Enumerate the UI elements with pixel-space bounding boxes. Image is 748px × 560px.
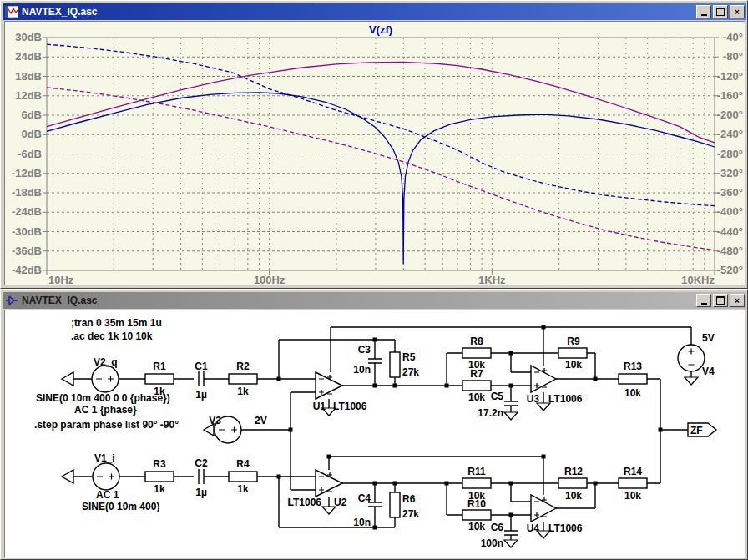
voltage-source-V4[interactable] bbox=[678, 345, 705, 371]
opamp-U4[interactable] bbox=[531, 495, 556, 522]
label-v2-sine: SINE(0 10m 400 0 0 {phase}) bbox=[36, 392, 170, 404]
resistor-R14[interactable] bbox=[619, 478, 647, 488]
x-tick-label: 10Hz bbox=[48, 274, 74, 285]
plot-window-titlebar[interactable]: NAVTEX_IQ.asc × bbox=[3, 3, 746, 20]
value-c4: 10n bbox=[353, 517, 371, 528]
label-r12: R12 bbox=[564, 466, 583, 477]
model-u2: LT1006 bbox=[288, 497, 322, 508]
label-u3: U3 bbox=[527, 393, 540, 405]
value-v4: 5V bbox=[702, 332, 715, 344]
port-arrow-v1[interactable] bbox=[62, 470, 73, 483]
capacitor-C3[interactable] bbox=[368, 359, 382, 363]
directive-ac[interactable]: .ac dec 1k 10 10k bbox=[71, 330, 153, 342]
net-port-ZF[interactable]: ZF bbox=[688, 423, 716, 436]
y-right-tick-label: -40° bbox=[723, 31, 743, 43]
label-u1: U1 bbox=[313, 401, 326, 412]
label-c4: C4 bbox=[358, 492, 371, 504]
capacitor-C1[interactable] bbox=[199, 371, 204, 386]
label-r4: R4 bbox=[236, 458, 250, 470]
value-r2: 1k bbox=[237, 386, 249, 397]
minimize-icon bbox=[701, 14, 707, 16]
y-left-tick-label: 12dB bbox=[15, 89, 42, 102]
resistor-R1[interactable] bbox=[145, 374, 174, 384]
resistor-R7[interactable] bbox=[462, 381, 491, 391]
voltage-source-V1[interactable] bbox=[93, 463, 119, 490]
value-v3: 2V bbox=[255, 415, 267, 426]
y-left-tick-label: 6dB bbox=[21, 108, 42, 121]
maximize-button[interactable] bbox=[713, 5, 728, 18]
resistor-R2[interactable] bbox=[229, 374, 257, 384]
waveform-plot: 30dB-40°24dB-80°18dB-120°12dB-160°6dB-20… bbox=[5, 22, 745, 285]
y-right-tick-label: -200° bbox=[717, 108, 743, 121]
opamp-U2[interactable] bbox=[316, 470, 342, 497]
value-c6: 100n bbox=[481, 537, 503, 549]
y-left-tick-label: -12dB bbox=[12, 167, 42, 179]
resistor-R5[interactable] bbox=[390, 352, 400, 377]
opamp-U1[interactable] bbox=[316, 372, 342, 399]
resistor-R9[interactable] bbox=[558, 348, 587, 358]
label-r1: R1 bbox=[153, 361, 166, 372]
resistor-R11[interactable] bbox=[462, 478, 491, 488]
y-right-tick-label: -480° bbox=[717, 245, 743, 257]
resistor-R8[interactable] bbox=[462, 348, 491, 358]
y-right-tick-label: -160° bbox=[717, 89, 743, 102]
label-u4: U4 bbox=[527, 522, 540, 534]
port-arrow-v2[interactable] bbox=[62, 372, 73, 386]
capacitor-C2[interactable] bbox=[199, 469, 204, 484]
value-r9: 10k bbox=[565, 359, 582, 371]
y-right-tick-label: -440° bbox=[717, 225, 743, 238]
trace-magnitude-purple[interactable] bbox=[47, 63, 715, 143]
y-left-tick-label: -42dB bbox=[12, 264, 42, 276]
directive-tran[interactable]: ;tran 0 35m 15m 1u bbox=[71, 317, 162, 329]
label-c2: C2 bbox=[195, 457, 208, 469]
trace-magnitude-blue[interactable] bbox=[47, 93, 715, 264]
y-right-tick-label: -320° bbox=[717, 167, 743, 179]
model-u4: LT1006 bbox=[548, 522, 583, 534]
schematic-canvas[interactable]: ;tran 0 35m 15m 1u .ac dec 1k 10 10k .st… bbox=[4, 310, 745, 558]
opamp-U3[interactable] bbox=[531, 366, 556, 392]
x-tick-label: 10KHz bbox=[681, 274, 715, 285]
capacitor-C6[interactable] bbox=[504, 531, 518, 535]
y-left-tick-label: 24dB bbox=[15, 50, 42, 63]
value-r4: 1k bbox=[237, 483, 249, 495]
net-label-zf: ZF bbox=[690, 425, 703, 436]
voltage-source-V2[interactable] bbox=[92, 366, 119, 392]
value-r10: 10k bbox=[468, 521, 485, 532]
y-left-tick-label: -18dB bbox=[12, 186, 42, 199]
plot-window: NAVTEX_IQ.asc × 30dB-40°24dB-80°18dB-120… bbox=[0, 0, 748, 289]
y-left-tick-label: -24dB bbox=[12, 205, 42, 218]
label-c6: C6 bbox=[491, 522, 504, 533]
close-button[interactable]: × bbox=[730, 5, 745, 18]
schematic-window: NAVTEX_IQ.asc × ;tran 0 35m 15m 1u .ac d… bbox=[0, 289, 748, 560]
directive-step[interactable]: .step param phase list 90° -90° bbox=[34, 419, 179, 431]
wires[interactable] bbox=[73, 327, 691, 540]
capacitor-C5[interactable] bbox=[504, 401, 518, 406]
waveform-plot-pane[interactable]: 30dB-40°24dB-80°18dB-120°12dB-160°6dB-20… bbox=[4, 21, 745, 285]
maximize-button[interactable] bbox=[713, 294, 728, 307]
label-u2: U2 bbox=[334, 497, 347, 508]
value-c5: 17.2n bbox=[478, 407, 503, 419]
y-left-tick-label: -6dB bbox=[18, 148, 42, 160]
resistor-R6[interactable] bbox=[390, 492, 400, 517]
label-v1-ac: AC 1 bbox=[96, 489, 119, 501]
value-c1: 1µ bbox=[195, 389, 207, 401]
resistor-R3[interactable] bbox=[145, 472, 174, 482]
resistor-R13[interactable] bbox=[619, 374, 647, 384]
label-r9: R9 bbox=[567, 335, 580, 347]
resistor-R4[interactable] bbox=[229, 472, 257, 482]
plot-trace-title[interactable]: V(zf) bbox=[369, 23, 392, 36]
close-icon: × bbox=[735, 8, 740, 17]
label-r3: R3 bbox=[153, 458, 166, 470]
value-r1: 1k bbox=[154, 386, 165, 397]
trace-phase-blue[interactable] bbox=[47, 44, 715, 206]
label-v2-ac: AC 1 {phase} bbox=[74, 404, 137, 416]
close-button[interactable]: × bbox=[730, 294, 745, 307]
resistor-R12[interactable] bbox=[558, 478, 587, 488]
trace-phase-purple[interactable] bbox=[47, 88, 715, 250]
schematic-window-titlebar[interactable]: NAVTEX_IQ.asc × bbox=[3, 292, 746, 309]
minimize-button[interactable] bbox=[696, 5, 711, 18]
x-tick-label: 1KHz bbox=[478, 274, 506, 285]
resistor-R10[interactable] bbox=[462, 510, 491, 520]
minimize-button[interactable] bbox=[696, 294, 711, 307]
value-r14: 10k bbox=[624, 490, 641, 502]
